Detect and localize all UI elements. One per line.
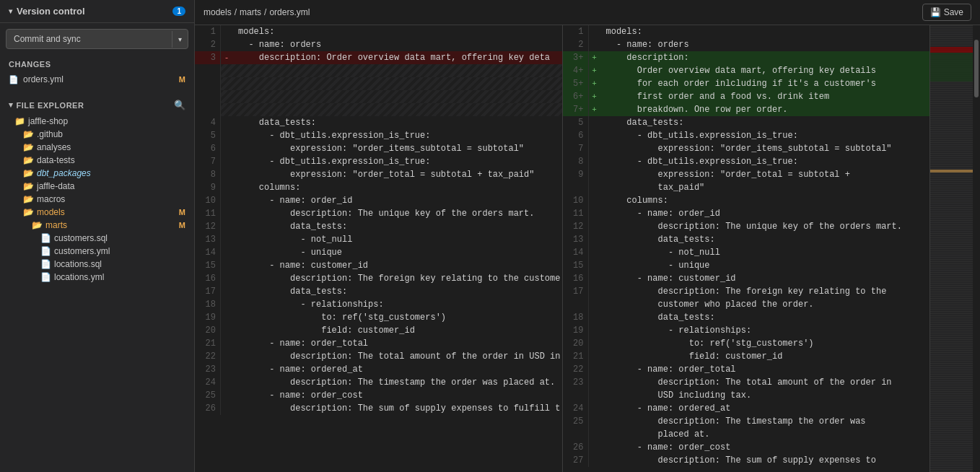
line-content: - name: order_id <box>600 207 930 220</box>
version-control-label: Version control <box>17 6 85 17</box>
scrollbar-thumb[interactable] <box>974 40 979 97</box>
tree-item-label: marts <box>45 220 67 230</box>
line-number: 4+ <box>563 64 589 77</box>
tree-item-models[interactable]: 📂 models M <box>0 206 194 219</box>
breadcrumb-sep2: / <box>264 7 266 17</box>
line-content: - name: orders <box>600 38 930 51</box>
line-content: field: customer_id <box>232 324 562 337</box>
line-content: - dbt_utils.expression_is_true: <box>600 129 930 142</box>
line-marker <box>221 402 232 415</box>
yaml-file-icon: 📄 <box>40 246 51 256</box>
line-number: 24 <box>195 376 221 389</box>
line-marker <box>589 441 600 454</box>
line-marker <box>589 129 600 142</box>
line-content: - name: order_cost <box>232 389 562 402</box>
diff-line: 5 - dbt_utils.expression_is_true: <box>195 129 562 142</box>
diff-line: 2 - name: orders <box>195 38 562 51</box>
save-button[interactable]: 💾 Save <box>922 4 971 21</box>
line-number: 26 <box>563 441 589 454</box>
line-number: 11 <box>195 207 221 220</box>
tree-item-github[interactable]: 📂 .github <box>0 128 194 141</box>
line-content: description: The total amount of the ord… <box>600 376 930 389</box>
diff-line: 11 - name: order_id <box>563 207 930 220</box>
line-content: - relationships: <box>600 324 930 337</box>
line-number: 10 <box>563 194 589 207</box>
tree-item-jaffle-data[interactable]: 📂 jaffle-data <box>0 180 194 193</box>
tree-item-data-tests[interactable]: 📂 data-tests <box>0 154 194 167</box>
diff-line: 6 - dbt_utils.expression_is_true: <box>563 129 930 142</box>
line-content: description: The timestamp the order was <box>600 415 930 428</box>
tree-item-analyses[interactable]: 📂 analyses <box>0 141 194 154</box>
line-number: 5 <box>563 116 589 129</box>
diff-line: 16 description: The foreign key relating… <box>195 272 562 285</box>
line-content: expression: "order_total = subtotal + <box>600 168 930 181</box>
diff-line: placed at. <box>563 428 930 441</box>
folder-icon: 📂 <box>23 168 34 178</box>
diff-line: 22 description: The total amount of the … <box>195 350 562 363</box>
commit-dropdown[interactable]: Commit and sync ▾ <box>6 29 188 49</box>
scrollbar[interactable] <box>973 25 980 472</box>
diff-line: 14 - not_null <box>563 246 930 259</box>
tree-item-locations-yml[interactable]: 📄 locations.yml <box>0 271 194 284</box>
diff-line <box>195 64 562 77</box>
diff-left-pane[interactable]: 1models:2 - name: orders3- description: … <box>195 25 562 472</box>
tab-bar: models / marts / orders.yml 💾 Save <box>195 0 980 25</box>
tree-item-customers-yml[interactable]: 📄 customers.yml <box>0 245 194 258</box>
breadcrumb-marts: marts <box>240 7 261 17</box>
diff-line: 1models: <box>563 25 930 38</box>
line-number: 15 <box>195 259 221 272</box>
diff-line: 12 description: The unique key of the or… <box>563 220 930 233</box>
line-number: 6+ <box>563 90 589 103</box>
line-content: description: The total amount of the ord… <box>232 350 562 363</box>
line-content: - dbt_utils.expression_is_true: <box>600 155 930 168</box>
tree-item-label: models <box>37 207 65 217</box>
line-marker <box>589 168 600 181</box>
tree-item-label: locations.sql <box>54 259 102 269</box>
breadcrumb: models / marts / orders.yml <box>204 7 310 17</box>
tree-item-customers-sql[interactable]: 📄 customers.sql <box>0 232 194 245</box>
file-explorer-title[interactable]: ▾ File explorer <box>9 100 84 110</box>
line-content: - dbt_utils.expression_is_true: <box>232 155 562 168</box>
line-content: - name: order_total <box>600 363 930 376</box>
diff-line <box>195 77 562 90</box>
diff-line: 23 - name: ordered_at <box>195 363 562 376</box>
diff-line: 21 field: customer_id <box>563 350 930 363</box>
diff-line: 9 expression: "order_total = subtotal + <box>563 168 930 181</box>
diff-line: USD including tax. <box>563 389 930 402</box>
diff-line: 15 - unique <box>563 259 930 272</box>
line-content: columns: <box>600 194 930 207</box>
minimap[interactable] <box>929 25 973 472</box>
line-number: 16 <box>563 272 589 285</box>
diff-line: 6 expression: "order_items_subtotal = su… <box>195 142 562 155</box>
line-content: description: The foreign key relating to… <box>600 285 930 298</box>
search-icon[interactable]: 🔍 <box>174 100 185 110</box>
commit-chevron-button[interactable]: ▾ <box>172 31 188 48</box>
tree-item-jaffle-shop[interactable]: 📁 jaffle-shop <box>0 115 194 128</box>
changed-file-item[interactable]: 📄 orders.yml M <box>0 72 194 87</box>
commit-sync-button[interactable]: Commit and sync <box>6 30 172 48</box>
line-marker <box>221 324 232 337</box>
line-marker <box>589 194 600 207</box>
diff-line: 4++ Order overview data mart, offering k… <box>563 64 930 77</box>
line-content: placed at. <box>600 428 930 441</box>
line-number: 24 <box>563 402 589 415</box>
tree-item-marts[interactable]: 📂 marts M <box>0 219 194 232</box>
line-marker <box>221 337 232 350</box>
line-number: 21 <box>195 337 221 350</box>
line-marker <box>589 350 600 363</box>
line-content: - name: orders <box>232 38 562 51</box>
tree-item-locations-sql[interactable]: 📄 locations.sql <box>0 258 194 271</box>
line-number: 7 <box>563 142 589 155</box>
tree-item-macros[interactable]: 📂 macros <box>0 193 194 206</box>
diff-line: 7++ breakdown. One row per order. <box>563 103 930 116</box>
tree-item-dbt-packages[interactable]: 📂 dbt_packages <box>0 167 194 180</box>
tree-item-label: analyses <box>37 142 71 152</box>
diff-line: 9 columns: <box>195 181 562 194</box>
diff-line: 25 description: The timestamp the order … <box>563 415 930 428</box>
diff-right-pane[interactable]: 1models:2 - name: orders3++ description:… <box>562 25 930 472</box>
explorer-header: ▾ File explorer 🔍 <box>0 95 194 115</box>
line-marker <box>589 116 600 129</box>
line-number: 20 <box>195 324 221 337</box>
folder-icon: 📂 <box>32 220 43 230</box>
line-content: data_tests: <box>232 285 562 298</box>
